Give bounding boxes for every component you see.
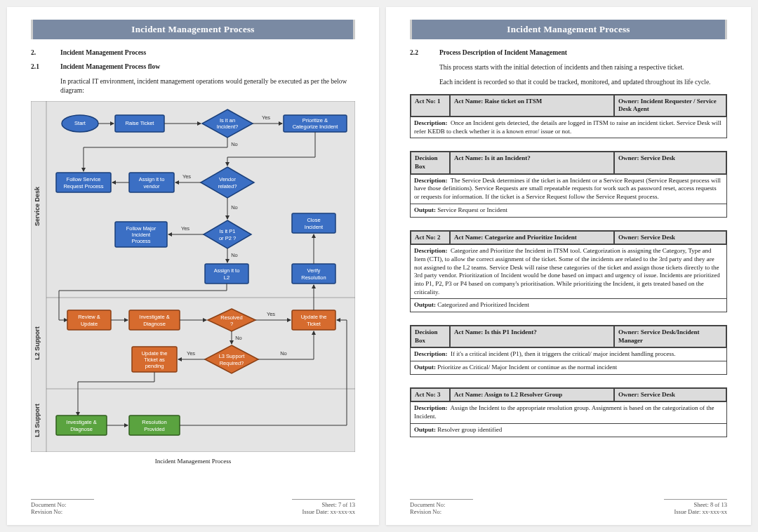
para: This process starts with the initial det… <box>439 63 727 72</box>
figure-caption: Incident Management Process <box>31 458 355 465</box>
svg-text:Update the: Update the <box>301 314 327 320</box>
svg-text:Incident: Incident <box>305 224 324 230</box>
section-2: 2. Incident Management Process <box>31 49 355 56</box>
svg-text:Review &: Review & <box>78 314 100 320</box>
svg-text:Diagnose: Diagnose <box>70 426 93 432</box>
svg-text:Yes: Yes <box>267 311 275 317</box>
decision-table-2: Decision Box Act Name: Is this P1 Incide… <box>410 325 727 375</box>
svg-text:Request Process: Request Process <box>63 183 103 189</box>
svg-text:Required?: Required? <box>220 360 244 366</box>
svg-text:Start: Start <box>74 120 86 126</box>
activity-table-2: Act No: 2 Act Name: Categorize and Prior… <box>410 230 727 313</box>
intro-text: In practical IT environment, incident ma… <box>60 77 355 95</box>
sec-title: Process Description of Incident Manageme… <box>439 49 567 56</box>
svg-text:Resolution: Resolution <box>142 419 166 425</box>
flowchart: Service Desk L2 Support L3 Support Start… <box>31 101 355 465</box>
svg-text:Prioritize &: Prioritize & <box>302 117 328 124</box>
svg-text:Incident?: Incident? <box>217 124 238 130</box>
svg-text:Process: Process <box>131 238 150 244</box>
svg-text:Update the: Update the <box>142 350 168 357</box>
activity-table-3: Act No: 3 Act Name: Assign to L2 Resolve… <box>410 387 727 437</box>
sec-title: Incident Management Process flow <box>60 63 160 70</box>
svg-text:Assign it to: Assign it to <box>139 176 165 182</box>
page-footer: Document No:Revision No: Sheet: 8 of 13I… <box>410 498 727 515</box>
svg-text:Assign it to: Assign it to <box>214 267 240 274</box>
section-2-2: 2.2 Process Description of Incident Mana… <box>410 49 727 56</box>
svg-text:Yes: Yes <box>187 350 195 357</box>
svg-text:or P2 ?: or P2 ? <box>219 235 236 241</box>
svg-text:related?: related? <box>218 183 237 189</box>
lane-l3: L3 Support <box>34 404 41 437</box>
svg-text:Update: Update <box>81 321 98 327</box>
sec-title: Incident Management Process <box>60 49 146 56</box>
svg-text:Yes: Yes <box>181 225 190 232</box>
svg-text:Yes: Yes <box>182 173 191 180</box>
svg-text:Is it an: Is it an <box>220 117 235 124</box>
svg-text:Incident: Incident <box>132 232 151 238</box>
lane-l2: L2 Support <box>34 326 41 360</box>
svg-text:Is it P1: Is it P1 <box>220 228 236 234</box>
svg-text:pending: pending <box>145 363 164 369</box>
sec-num: 2.1 <box>31 63 48 70</box>
svg-text:Investigate &: Investigate & <box>139 314 169 320</box>
svg-text:No: No <box>231 252 238 258</box>
svg-text:Ticket as: Ticket as <box>144 357 165 363</box>
svg-text:No: No <box>280 350 287 357</box>
svg-text:Investigate &: Investigate & <box>66 419 96 425</box>
svg-text:Resolved: Resolved <box>220 314 242 321</box>
svg-text:L2: L2 <box>224 274 230 281</box>
svg-text:Ticket: Ticket <box>307 321 321 327</box>
svg-text:Follow Major: Follow Major <box>126 225 157 232</box>
svg-text:Raise Ticket: Raise Ticket <box>126 120 155 126</box>
svg-text:Provided: Provided <box>144 426 165 432</box>
svg-text:Categorize Incident: Categorize Incident <box>293 124 339 130</box>
para: Each incident is recorded so that it cou… <box>439 78 727 87</box>
page-footer: Document No:Revision No: Sheet: 7 of 13I… <box>31 498 355 515</box>
svg-text:Diagnose: Diagnose <box>143 321 166 327</box>
sec-num: 2.2 <box>410 49 427 56</box>
svg-text:No: No <box>235 335 242 341</box>
page-header: Incident Management Process <box>410 20 727 39</box>
svg-text:vendor: vendor <box>144 183 160 189</box>
svg-text:L3 Support: L3 Support <box>219 353 246 359</box>
svg-text:Follow Service: Follow Service <box>67 176 101 182</box>
svg-text:No: No <box>231 141 238 147</box>
svg-text:Yes: Yes <box>262 114 270 121</box>
page-2: Incident Management Process 2.2 Process … <box>386 7 751 525</box>
svg-text:?: ? <box>230 321 233 327</box>
page-1: Incident Management Process 2. Incident … <box>7 7 379 525</box>
sec-num: 2. <box>31 49 48 56</box>
lane-service-desk: Service Desk <box>34 186 41 226</box>
svg-text:Resolution: Resolution <box>301 274 326 281</box>
section-2-1: 2.1 Incident Management Process flow <box>31 63 355 70</box>
activity-table-1: Act No: 1 Act Name: Raise ticket on ITSM… <box>410 94 727 139</box>
svg-text:Verify: Verify <box>307 267 321 274</box>
page-header: Incident Management Process <box>31 20 355 39</box>
decision-table-1: Decision Box Act Name: Is it an Incident… <box>410 151 727 217</box>
svg-text:Vendor: Vendor <box>219 176 236 182</box>
svg-text:No: No <box>231 204 238 211</box>
svg-text:Close: Close <box>307 217 320 223</box>
